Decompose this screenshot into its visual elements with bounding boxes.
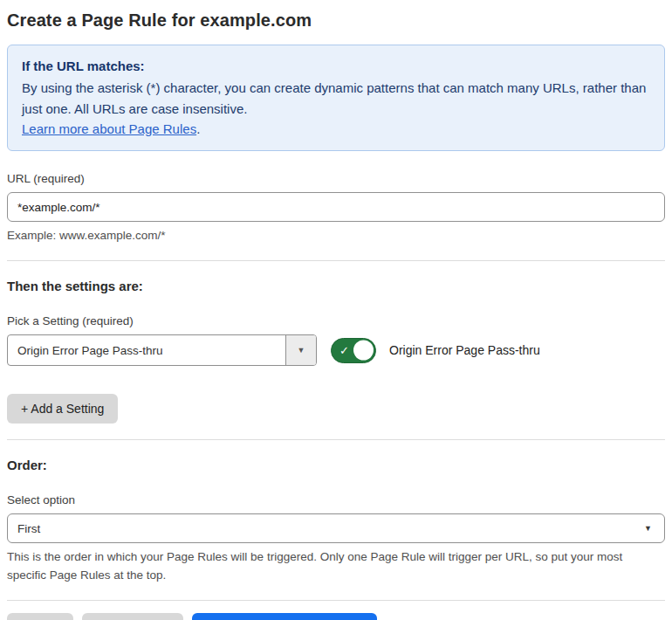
pick-setting-label: Pick a Setting (required) — [7, 314, 665, 327]
url-helper-text: Example: www.example.com/* — [7, 227, 665, 245]
chevron-down-icon: ▼ — [644, 524, 652, 533]
origin-error-toggle[interactable]: ✓ — [331, 338, 376, 363]
toggle-label: Origin Error Page Pass-thru — [389, 343, 540, 357]
page-title: Create a Page Rule for example.com — [7, 10, 665, 31]
add-setting-button[interactable]: + Add a Setting — [7, 394, 118, 424]
order-helper-text: This is the order in which your Page Rul… — [7, 548, 665, 584]
url-input[interactable] — [7, 192, 665, 222]
url-field-label: URL (required) — [7, 172, 665, 185]
divider — [7, 600, 665, 601]
setting-select-arrow-button[interactable]: ▼ — [285, 335, 316, 365]
url-match-info-box: If the URL matches: By using the asteris… — [7, 45, 665, 151]
order-section-heading: Order: — [7, 458, 665, 472]
save-and-deploy-button[interactable]: Save and Deploy Page Rule — [192, 613, 377, 620]
info-box-body: By using the asterisk (*) character, you… — [22, 78, 650, 119]
order-select-label: Select option — [7, 493, 665, 506]
check-icon: ✓ — [339, 345, 349, 356]
order-select-value: First — [17, 522, 644, 535]
info-box-link-line: Learn more about Page Rules. — [22, 119, 650, 139]
toggle-knob — [353, 341, 374, 361]
create-page-rule-form: Create a Page Rule for example.com If th… — [0, 0, 672, 620]
divider — [7, 260, 665, 261]
order-select[interactable]: First ▼ — [7, 513, 665, 543]
setting-select[interactable]: Origin Error Page Pass-thru ▼ — [7, 334, 317, 366]
divider — [7, 439, 665, 440]
save-as-draft-button[interactable]: Save as Draft — [82, 613, 184, 620]
learn-more-link[interactable]: Learn more about Page Rules — [22, 121, 196, 136]
chevron-down-icon: ▼ — [298, 346, 305, 355]
info-box-heading: If the URL matches: — [22, 56, 650, 76]
cancel-button[interactable]: Cancel — [7, 613, 73, 620]
footer-actions: Cancel Save as Draft Save and Deploy Pag… — [7, 613, 665, 620]
setting-select-value: Origin Error Page Pass-thru — [8, 335, 285, 365]
toggle-group: ✓ Origin Error Page Pass-thru — [331, 338, 540, 363]
settings-section-heading: Then the settings are: — [7, 279, 665, 293]
setting-row: Origin Error Page Pass-thru ▼ ✓ Origin E… — [7, 334, 665, 366]
link-suffix: . — [196, 121, 200, 136]
